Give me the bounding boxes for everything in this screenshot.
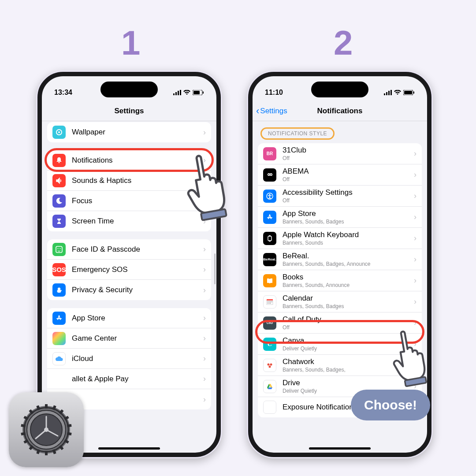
svg-rect-29 (267, 301, 273, 305)
home-indicator (309, 447, 371, 450)
svg-point-37 (268, 363, 270, 365)
app-icon (263, 232, 276, 245)
app-title: Apple Watch Keyboard (283, 231, 414, 239)
svg-point-21 (268, 174, 269, 175)
cellular-icon (173, 90, 181, 95)
row-privacy-security[interactable]: Privacy & Security › (47, 280, 211, 300)
svg-rect-3 (180, 90, 181, 95)
chevron-right-icon: › (203, 395, 206, 404)
pointer-hand-icon (385, 322, 446, 394)
row-label: Screen Time (72, 217, 203, 226)
svg-rect-14 (388, 91, 390, 95)
app-sub: Banners, Sounds, Announce (283, 282, 414, 288)
chevron-right-icon: › (414, 297, 416, 306)
app-icon (263, 168, 276, 182)
svg-rect-33 (271, 301, 272, 302)
wifi-icon (394, 90, 402, 95)
app-title: Calendar (283, 294, 414, 303)
chevron-left-icon: ‹ (256, 106, 259, 116)
chevron-right-icon: › (414, 149, 416, 158)
row-app-store[interactable]: App Store › (47, 308, 211, 328)
row-wallet-apple-pay[interactable]: allet & Apple Pay › (47, 369, 211, 389)
status-time: 11:10 (265, 89, 283, 97)
icloud-icon (52, 352, 66, 365)
svg-rect-12 (384, 93, 385, 95)
app-icon (263, 401, 276, 414)
svg-rect-0 (173, 93, 175, 95)
scrollbar[interactable] (214, 253, 216, 284)
svg-rect-26 (269, 235, 271, 236)
svg-rect-34 (268, 303, 268, 304)
svg-rect-5 (193, 91, 200, 94)
app-icon: BeReal. (263, 253, 276, 266)
chevron-right-icon: › (414, 191, 416, 201)
row-icloud[interactable]: iCloud › (47, 349, 211, 369)
app-sub: Banners, Sounds, Badges (283, 219, 414, 225)
chevron-right-icon: › (414, 276, 416, 285)
row-label: App Store (72, 314, 203, 323)
svg-rect-13 (386, 92, 387, 95)
settings-app-icon (9, 392, 84, 467)
app-icon (263, 295, 276, 309)
faceid-icon (52, 243, 66, 256)
chevron-right-icon: › (203, 354, 206, 363)
app-icon: BR (263, 147, 276, 160)
chevron-right-icon: › (203, 286, 206, 295)
app-sub: Banners, Sounds (283, 240, 414, 246)
status-indicators (173, 90, 204, 95)
row-label: Emergency SOS (72, 265, 203, 274)
back-button[interactable]: ‹ Settings (256, 101, 287, 121)
app-row-watch-keyboard[interactable]: Apple Watch KeyboardBanners, Sounds › (258, 228, 422, 249)
speaker-icon (52, 174, 66, 187)
cellular-icon (384, 90, 392, 95)
app-row-appstore[interactable]: App StoreBanners, Sounds, Badges › (258, 207, 422, 228)
row-game-center[interactable]: Game Center › (47, 328, 211, 349)
bell-icon (52, 154, 66, 167)
home-indicator (98, 447, 160, 450)
svg-rect-15 (390, 90, 392, 95)
svg-rect-17 (404, 91, 412, 94)
svg-point-39 (269, 365, 271, 368)
svg-rect-36 (270, 303, 271, 304)
navbar: ‹ Settings Notifications (253, 101, 427, 121)
app-icon (263, 274, 276, 287)
svg-rect-2 (178, 91, 179, 95)
app-title: ABEMA (283, 167, 414, 176)
app-sub: Banners, Sounds, Badges, Announce (283, 261, 414, 267)
choose-callout: Choose! (351, 390, 430, 420)
svg-rect-32 (270, 301, 271, 302)
app-icon (263, 190, 276, 203)
row-label: Game Center (72, 334, 203, 343)
app-row-accessibility[interactable]: Accessibility SettingsOff › (258, 186, 422, 207)
svg-rect-25 (268, 236, 271, 241)
svg-point-38 (270, 363, 272, 365)
svg-rect-55 (45, 451, 48, 455)
moon-icon (52, 194, 66, 208)
row-wallpaper[interactable]: Wallpaper › (47, 122, 211, 142)
svg-rect-31 (269, 301, 270, 302)
app-row-bereal[interactable]: BeReal. BeReal.Banners, Sounds, Badges, … (258, 249, 422, 270)
app-row-abema[interactable]: ABEMAOff › (258, 164, 422, 186)
status-indicators (384, 90, 415, 95)
row-faceid[interactable]: Face ID & Passcode › (47, 239, 211, 260)
app-icon: C (263, 338, 276, 351)
row-label: Focus (72, 197, 203, 205)
row-emergency-sos[interactable]: SOS Emergency SOS › (47, 260, 211, 280)
hourglass-icon (52, 215, 66, 228)
svg-point-69 (44, 428, 48, 432)
row-label: iCloud (72, 354, 203, 363)
gamecenter-icon (52, 332, 66, 345)
app-row-31club[interactable]: BR 31ClubOff › (258, 143, 422, 164)
sos-icon: SOS (52, 263, 66, 276)
svg-rect-46 (45, 404, 48, 409)
status-time: 13:34 (54, 89, 72, 97)
svg-point-11 (60, 248, 61, 249)
svg-point-22 (271, 174, 271, 175)
back-label: Settings (260, 107, 287, 115)
app-row-calendar[interactable]: CalendarBanners, Sounds, Badges › (258, 291, 422, 312)
app-title: Accessibility Settings (283, 188, 414, 197)
app-row-books[interactable]: BooksBanners, Sounds, Announce › (258, 270, 422, 291)
svg-rect-27 (269, 241, 271, 242)
app-title: Call of Duty (283, 315, 414, 324)
row-screen-time[interactable]: Screen Time › (47, 211, 211, 231)
